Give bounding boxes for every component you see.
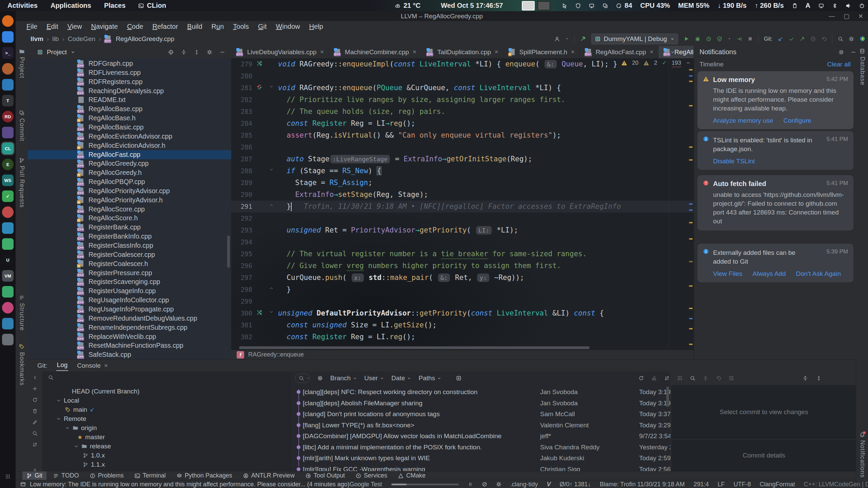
dock-vm-icon[interactable]: VM (2, 270, 14, 282)
workspace-switcher[interactable] (522, 1, 550, 11)
tree-item-RegAllocEvictionAdvisor.cpp[interactable]: C++RegAllocEvictionAdvisor.cpp (28, 132, 231, 141)
git-commit-button[interactable] (789, 36, 794, 42)
commit-row[interactable]: [clangd] Don't print locations of anonym… (291, 409, 670, 420)
cherry-pick-icon[interactable] (651, 375, 657, 381)
dock-clion-icon[interactable]: CL (2, 143, 14, 154)
menu-code[interactable]: Code (127, 23, 143, 30)
collapse-all-button[interactable] (194, 49, 199, 55)
weak-warning-count[interactable]: 2 (654, 60, 657, 66)
stripe-mark[interactable] (689, 146, 693, 148)
tree-item-RDFLiveness.cpp[interactable]: C++RDFLiveness.cpp (28, 68, 231, 77)
menu-tools[interactable]: Tools (233, 23, 249, 30)
stripe-mark[interactable] (689, 159, 693, 161)
status-message[interactable]: Low memory: The IDE is running low on me… (20, 481, 350, 488)
refresh-icon[interactable] (638, 375, 644, 381)
code-line-292[interactable]: 292 (231, 212, 694, 224)
close-icon[interactable]: × (413, 48, 416, 56)
stripe-notifications[interactable]: Notifications (856, 432, 868, 478)
code-line-280[interactable]: 280 (231, 70, 694, 82)
stripe-mark[interactable] (689, 285, 693, 287)
chevron-down-icon[interactable] (65, 426, 70, 430)
tree-item-RegAllocPriorityAdvisor.cpp[interactable]: C++RegAllocPriorityAdvisor.cpp (28, 186, 231, 196)
stripe-mark[interactable] (689, 105, 693, 106)
close-icon[interactable]: × (104, 362, 108, 369)
menu-refactor[interactable]: Refactor (152, 23, 178, 30)
tree-item-RegAllocGreedy.h[interactable]: HRegAllocGreedy.h (28, 168, 231, 177)
dock-unreal-icon[interactable]: U (2, 254, 14, 266)
formatter[interactable]: ClangFormat (760, 481, 795, 488)
network-down-indicator[interactable]: ↓ 190 B/s (717, 2, 747, 9)
tree-item-RegAllocBasic.cpp[interactable]: C++RegAllocBasic.cpp (28, 123, 231, 132)
code-line-286[interactable]: 286 (231, 141, 694, 153)
tab-MachineCombiner.cpp[interactable]: C++MachineCombiner.cpp× (329, 46, 421, 58)
encoding[interactable]: UTF-8 (734, 481, 751, 488)
collapse-sidebar-button[interactable] (32, 375, 38, 380)
close-icon[interactable]: × (571, 48, 575, 56)
code-line-285[interactable]: 285 assert(Reg.isVirtual() && "Can only … (231, 129, 694, 141)
maximize-button[interactable]: ▢ (844, 13, 849, 20)
link-don-t-ask-again[interactable]: Don't Ask Again (796, 270, 841, 278)
tree-item-RegAllocBase.cpp[interactable]: C++RegAllocBase.cpp (28, 104, 231, 114)
tree-item-RegAllocEvictionAdvisor.h[interactable]: HRegAllocEvictionAdvisor.h (28, 141, 231, 150)
commit-row[interactable]: [mlir][arith] Mark unknown types legal i… (291, 453, 670, 464)
branch-origin[interactable]: origin (42, 423, 290, 432)
pointer-icon[interactable] (562, 3, 567, 8)
search-everywhere-button[interactable] (838, 36, 843, 42)
weather-indicator[interactable]: 21 °C (395, 2, 420, 9)
tab-TailDuplication.cpp[interactable]: C++TailDuplication.cpp× (421, 46, 504, 58)
edit-button[interactable] (32, 420, 38, 425)
dock-phone-icon[interactable] (2, 286, 14, 298)
fold-marker-icon[interactable] (269, 203, 274, 207)
branch-1.0.x[interactable]: 1.0.x (42, 451, 290, 460)
menu-window[interactable]: Window (276, 23, 300, 30)
stripe-mark[interactable] (689, 81, 693, 82)
editor-breadcrumb[interactable]: RAGreedy::enqueue (248, 351, 304, 358)
sort-icon[interactable] (664, 375, 670, 381)
menu-help[interactable]: Help (309, 23, 323, 30)
tree-item-RegAllocBase.h[interactable]: HRegAllocBase.h (28, 114, 231, 123)
expand-all-button[interactable] (181, 49, 186, 55)
code-line-284[interactable]: 284 const Register Reg = LI→reg(); (231, 118, 694, 129)
tree-item-RegisterUsageInfo.cpp[interactable]: C++RegisterUsageInfo.cpp (28, 286, 231, 296)
dock-app-t-icon[interactable]: T (2, 95, 14, 106)
dock-rider-icon[interactable]: RD (2, 111, 14, 122)
commit-row[interactable]: [clang][deps] Abolish FileManager sharin… (291, 398, 670, 409)
stripe-mark[interactable] (689, 69, 693, 70)
resolved-count[interactable]: 193 (672, 60, 681, 66)
user-icon[interactable] (554, 36, 560, 42)
tree-item-RegisterCoalescer.cpp[interactable]: C++RegisterCoalescer.cpp (28, 250, 231, 259)
horizontal-scrollbar[interactable] (239, 346, 590, 349)
code-line-301[interactable]: 301 const unsigned Size = LI.getSize(); (231, 319, 694, 331)
fold-marker-icon[interactable] (269, 310, 274, 314)
tree-item-RegisterClassInfo.cpp[interactable]: C++RegisterClassInfo.cpp (28, 241, 231, 250)
keyboard-layout[interactable]: A (806, 2, 810, 9)
filter-user[interactable]: User (364, 374, 384, 382)
tree-item-RegisterPressure.cpp[interactable]: C++RegisterPressure.cpp (28, 268, 231, 278)
clone-icon[interactable] (603, 3, 608, 8)
stripe-mark[interactable] (689, 328, 693, 329)
caret-position[interactable]: 291:4 (693, 481, 709, 488)
new-log-tab-icon[interactable] (456, 375, 461, 381)
git-tab-log[interactable]: Log (56, 360, 68, 371)
dock-firefox-icon[interactable] (2, 15, 14, 27)
commit-scrollbar[interactable] (666, 387, 669, 407)
tab-LiveDebugVariables.cpp[interactable]: C++LiveDebugVariables.cpp× (231, 46, 329, 58)
tree-scrollbar[interactable] (227, 236, 230, 268)
tree-item-RegUsageInfoPropagate.cpp[interactable]: C++RegUsageInfoPropagate.cpp (28, 305, 231, 314)
tree-item-RegAllocScore.h[interactable]: HRegAllocScore.h (28, 214, 231, 223)
tool-tab-git[interactable]: Git (22, 471, 46, 480)
commit-row[interactable]: [clang][deps] NFC: Respect working direc… (291, 387, 670, 398)
breadcrumb-item-codegen[interactable]: CodeGen (68, 35, 95, 43)
stripe-mark[interactable] (689, 203, 693, 205)
clock[interactable]: Wed Oct 5 17:46:57 (441, 2, 503, 9)
diff-preview-icon[interactable] (703, 375, 708, 381)
window-title-bar[interactable]: LLVM – RegAllocGreedy.cpp —▢✕ (16, 11, 868, 21)
dock-sphere-icon[interactable] (2, 318, 14, 329)
tree-item-RegAllocGreedy.cpp[interactable]: C++RegAllocGreedy.cpp (28, 159, 231, 168)
stripe-mark[interactable] (689, 318, 693, 319)
expand-all-icon[interactable] (803, 375, 808, 381)
filter-date[interactable]: Date (391, 374, 411, 382)
shield-icon[interactable] (575, 3, 581, 8)
branch-local[interactable]: Local (42, 396, 290, 405)
code-line-281[interactable]: 281void RAGreedy::enqueue(PQueue &CurQue… (231, 82, 694, 94)
